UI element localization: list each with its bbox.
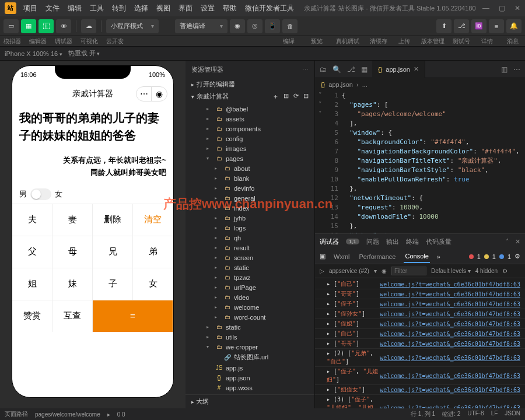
key-母[interactable]: 母: [52, 236, 93, 268]
file-static[interactable]: ▸🗀static: [186, 262, 314, 272]
tab-close-icon[interactable]: ✕: [414, 65, 419, 73]
reload-select[interactable]: 热重载 开: [68, 49, 100, 58]
file-urlPage[interactable]: ▸🗀urlPage: [186, 282, 314, 292]
file-站长图库.url[interactable]: 🔗站长图库.url: [186, 352, 314, 363]
menu-转到[interactable]: 转到: [108, 1, 130, 16]
menu-工具[interactable]: 工具: [86, 1, 107, 16]
file-images[interactable]: ▸🗀images: [186, 144, 314, 153]
panel-代码质量[interactable]: 代码质量: [426, 237, 452, 246]
tab-console[interactable]: Console: [404, 250, 429, 263]
file-utils[interactable]: ▸🗀utils: [186, 332, 314, 342]
outline-section[interactable]: 大纲: [186, 394, 314, 408]
panel-close-icon[interactable]: ✕: [515, 238, 520, 246]
console-levels[interactable]: Default levels ▾: [431, 268, 471, 274]
open-editors-section[interactable]: 打开的编辑器: [186, 78, 314, 90]
key-删除[interactable]: 删除: [93, 204, 133, 236]
capsule-menu-icon[interactable]: ⋯: [136, 87, 152, 101]
file-welcome[interactable]: ▸🗀welcome: [186, 302, 314, 312]
console-filter[interactable]: [391, 267, 426, 275]
menu-文件[interactable]: 文件: [42, 1, 63, 16]
page-path[interactable]: pages/welcome/welcome: [35, 411, 100, 418]
version-button[interactable]: ⎇: [454, 19, 469, 33]
file-tpzwz[interactable]: ▸🗀tpzwz: [186, 272, 314, 282]
more-icon[interactable]: ⋯: [513, 65, 520, 74]
key-夫[interactable]: 夫: [12, 204, 52, 236]
file-jyhb[interactable]: ▸🗀jyhb: [186, 213, 314, 223]
file-app.js[interactable]: JSapp.js: [186, 363, 314, 373]
breadcrumb[interactable]: {}app.json›...: [315, 78, 525, 91]
collapse-icon[interactable]: ⊟: [303, 92, 309, 101]
minimize-icon[interactable]: —: [482, 4, 489, 12]
panel-up-icon[interactable]: ˄: [506, 238, 509, 246]
tab-performance[interactable]: Performance: [358, 251, 397, 262]
panel-问题[interactable]: 问题: [366, 237, 379, 246]
refresh-icon[interactable]: ⟳: [293, 92, 299, 101]
menu-微信开发者工具[interactable]: 微信开发者工具: [242, 1, 298, 16]
code-editor[interactable]: ˅ ˅ ˅ 1234567891011121314151617 { "pages…: [315, 91, 525, 233]
file-screen[interactable]: ▸🗀screen: [186, 253, 314, 262]
file-we-cropper[interactable]: ▾🗀we-cropper: [186, 342, 314, 352]
key-子[interactable]: 子: [93, 268, 133, 300]
tab-wxml[interactable]: Wxml: [332, 251, 351, 262]
key-赞赏[interactable]: 赞赏: [12, 300, 52, 332]
remote-debug-button[interactable]: 📱: [265, 19, 280, 33]
status-UTF-8[interactable]: UTF-8: [467, 410, 484, 418]
editor-toggle[interactable]: ▦: [21, 19, 36, 33]
menu-设置[interactable]: 设置: [197, 1, 218, 16]
split-icon[interactable]: ▥: [501, 65, 508, 74]
file-logs[interactable]: ▸🗀logs: [186, 223, 314, 233]
key-妻[interactable]: 妻: [52, 204, 93, 236]
console-hidden[interactable]: 4 hidden: [475, 268, 498, 274]
cache-indicator[interactable]: 0 0: [117, 411, 125, 418]
menu-帮助[interactable]: 帮助: [219, 1, 240, 16]
test-account-button[interactable]: 🆔: [471, 19, 487, 33]
tab-app-json[interactable]: {} app.json ✕: [372, 61, 425, 78]
console-play-icon[interactable]: ▷: [320, 268, 324, 274]
file-blank[interactable]: ▸🗀blank: [186, 173, 314, 183]
panel-输出[interactable]: 输出: [386, 237, 399, 246]
preview-button[interactable]: ◎: [247, 19, 262, 33]
details-button[interactable]: ≡: [489, 19, 504, 33]
menu-项目[interactable]: 项目: [20, 1, 41, 16]
file-app.json[interactable]: {}app.json: [186, 373, 314, 383]
capsule-close-icon[interactable]: ◉: [152, 87, 167, 101]
file-pages[interactable]: ▾🗀pages: [186, 153, 314, 163]
search-icon[interactable]: 🔍: [332, 65, 341, 74]
project-section[interactable]: 亲戚计算器 ＋ ⊞ ⟳ ⊟: [186, 90, 314, 103]
device-select[interactable]: iPhone X 100% 16: [5, 50, 62, 57]
console-output[interactable]: ▸ ["自己"]welcome.js?t=wechat&_c6e36c01bf4…: [315, 278, 525, 408]
file-general[interactable]: ▸🗀general: [186, 193, 314, 203]
cloud-dev-button[interactable]: ☁: [81, 19, 96, 33]
panel-终端[interactable]: 终端: [406, 237, 419, 246]
new-file-icon[interactable]: ＋: [272, 92, 279, 101]
close-icon[interactable]: ✕: [514, 4, 520, 12]
tab-more-icon[interactable]: »: [437, 253, 440, 260]
inspect-icon[interactable]: ▣: [320, 253, 326, 260]
status-LF[interactable]: LF: [491, 410, 498, 418]
gender-toggle[interactable]: [30, 188, 51, 200]
ext-icon[interactable]: ▦: [361, 65, 368, 74]
menu-编辑[interactable]: 编辑: [64, 1, 85, 16]
file-components[interactable]: ▸🗀components: [186, 124, 314, 134]
explorer-icon[interactable]: 🗂: [320, 65, 327, 74]
file-video[interactable]: ▸🗀video: [186, 292, 314, 302]
git-icon[interactable]: ⎇: [347, 65, 355, 74]
file-@babel[interactable]: ▸🗀@babel: [186, 104, 314, 114]
simulator-toggle[interactable]: ▭: [4, 19, 19, 33]
clear-cache-button[interactable]: 🗑: [282, 19, 298, 33]
console-eye-icon[interactable]: ◉: [382, 268, 387, 274]
debugger-tab[interactable]: 调试器: [320, 237, 339, 246]
key-妹[interactable]: 妹: [52, 268, 93, 300]
explorer-more-icon[interactable]: ⋯: [302, 66, 309, 74]
file-config[interactable]: ▸🗀config: [186, 134, 314, 144]
console-context[interactable]: appservice (#2): [329, 268, 369, 274]
file-app.wxss[interactable]: #app.wxss: [186, 383, 314, 393]
status-JSON[interactable]: JSON: [505, 410, 520, 418]
status-行 1, 列 1[interactable]: 行 1, 列 1: [411, 410, 435, 418]
message-button[interactable]: 🔔: [506, 19, 522, 33]
file-result[interactable]: ▸🗀result: [186, 243, 314, 253]
menu-视图[interactable]: 视图: [153, 1, 174, 16]
new-folder-icon[interactable]: ⊞: [284, 92, 289, 101]
file-assets[interactable]: ▸🗀assets: [186, 114, 314, 124]
console-gear-icon[interactable]: ⚙: [502, 268, 508, 274]
